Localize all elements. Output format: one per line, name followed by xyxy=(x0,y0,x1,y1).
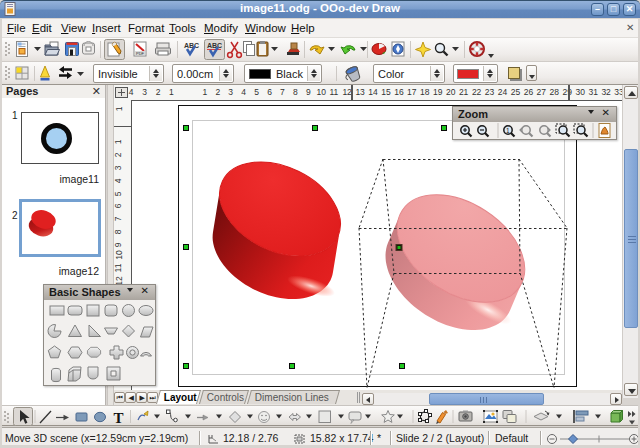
svg-text:ABC: ABC xyxy=(184,42,199,49)
svg-text:1: 1 xyxy=(506,127,510,134)
svg-text:PDF: PDF xyxy=(136,51,145,56)
svg-text:ABC: ABC xyxy=(207,42,222,49)
svg-text:T: T xyxy=(114,410,124,426)
